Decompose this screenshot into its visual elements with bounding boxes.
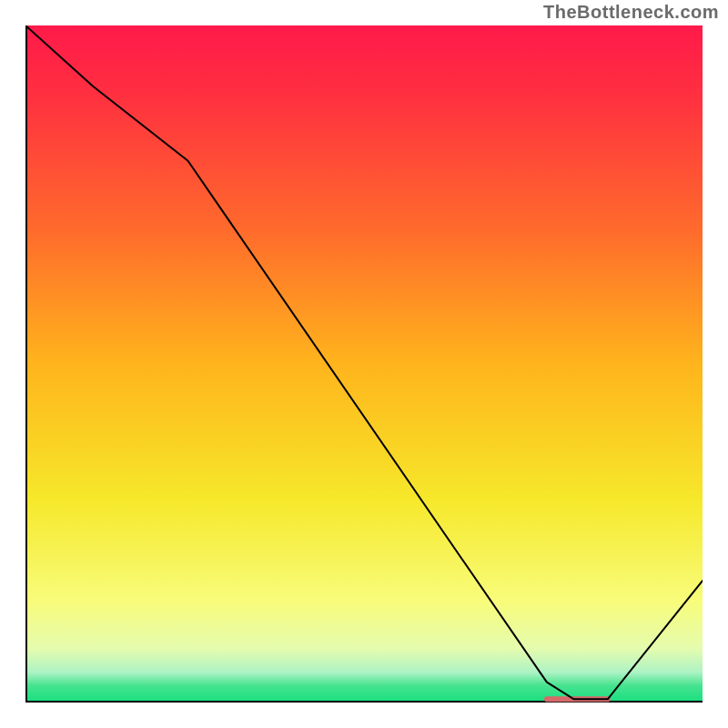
chart-svg: [25, 25, 703, 703]
chart-container: [25, 25, 703, 703]
chart-background: [25, 25, 703, 703]
watermark-text: TheBottleneck.com: [543, 2, 719, 23]
